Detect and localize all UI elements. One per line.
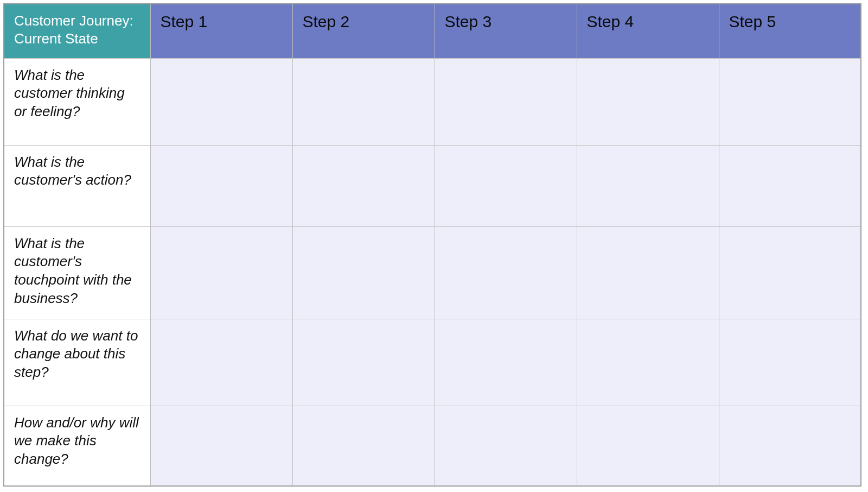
cell-r2-c3[interactable] — [435, 145, 577, 226]
step-header-1: Step 1 — [150, 4, 292, 58]
table-row: How and/or why will we make this change? — [4, 406, 861, 486]
cell-r4-c4[interactable] — [577, 319, 719, 406]
cell-r3-c5[interactable] — [719, 226, 861, 319]
table-corner-title: Customer Journey: Current State — [4, 4, 150, 58]
cell-r5-c4[interactable] — [577, 406, 719, 486]
cell-r1-c5[interactable] — [719, 58, 861, 145]
row-label-thinking-feeling: What is the customer thinking or feeling… — [4, 58, 150, 145]
row-label-action: What is the customer's action? — [4, 145, 150, 226]
cell-r2-c2[interactable] — [292, 145, 435, 226]
cell-r3-c1[interactable] — [150, 226, 292, 319]
cell-r1-c2[interactable] — [292, 58, 435, 145]
step-header-5: Step 5 — [719, 4, 861, 58]
cell-r3-c3[interactable] — [435, 226, 577, 319]
table-row: What do we want to change about this ste… — [4, 319, 861, 406]
row-label-touchpoint: What is the customer's touchpoint with t… — [4, 226, 150, 319]
table-row: What is the customer's touchpoint with t… — [4, 226, 861, 319]
cell-r4-c2[interactable] — [292, 319, 435, 406]
cell-r5-c5[interactable] — [719, 406, 861, 486]
table-row: What is the customer's action? — [4, 145, 861, 226]
cell-r1-c3[interactable] — [435, 58, 577, 145]
cell-r4-c3[interactable] — [435, 319, 577, 406]
cell-r2-c1[interactable] — [150, 145, 292, 226]
cell-r1-c4[interactable] — [577, 58, 719, 145]
step-header-2: Step 2 — [292, 4, 435, 58]
step-header-3: Step 3 — [435, 4, 577, 58]
cell-r2-c4[interactable] — [577, 145, 719, 226]
customer-journey-table: Customer Journey: Current State Step 1 S… — [3, 3, 861, 487]
cell-r2-c5[interactable] — [719, 145, 861, 226]
cell-r5-c3[interactable] — [435, 406, 577, 486]
cell-r3-c2[interactable] — [292, 226, 435, 319]
step-header-4: Step 4 — [577, 4, 719, 58]
cell-r4-c5[interactable] — [719, 319, 861, 406]
row-label-change-how-why: How and/or why will we make this change? — [4, 406, 150, 486]
row-label-change-what: What do we want to change about this ste… — [4, 319, 150, 406]
header-row: Customer Journey: Current State Step 1 S… — [4, 4, 861, 58]
cell-r5-c2[interactable] — [292, 406, 435, 486]
cell-r1-c1[interactable] — [150, 58, 292, 145]
table-row: What is the customer thinking or feeling… — [4, 58, 861, 145]
cell-r4-c1[interactable] — [150, 319, 292, 406]
cell-r3-c4[interactable] — [577, 226, 719, 319]
cell-r5-c1[interactable] — [150, 406, 292, 486]
